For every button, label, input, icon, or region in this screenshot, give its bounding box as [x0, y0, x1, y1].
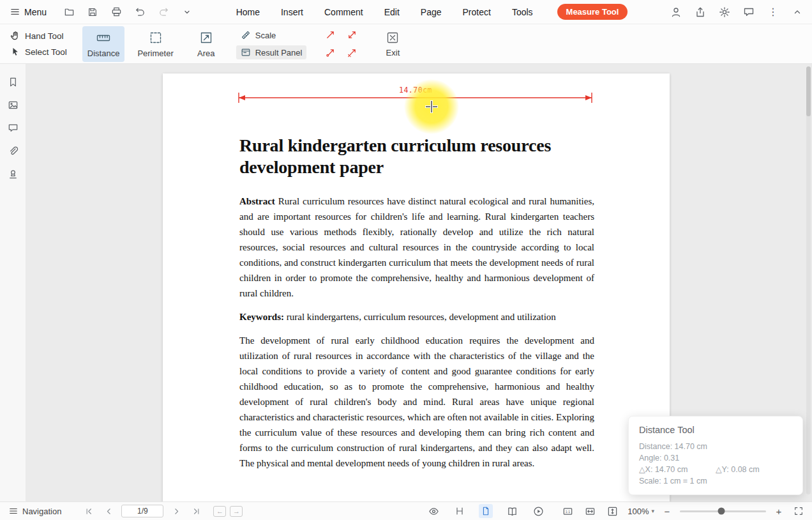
single-page-icon	[481, 506, 491, 516]
thumbnails-panel-button[interactable]	[3, 93, 23, 116]
fit-page-button[interactable]	[605, 504, 619, 518]
single-page-view-button[interactable]	[479, 504, 493, 518]
measure-tool-badge[interactable]: Measure Tool	[557, 4, 628, 20]
cursor-highlight	[404, 79, 459, 134]
scale-value: Scale: 1 cm = 1 cm	[639, 475, 792, 487]
zoom-out-button[interactable]: −	[663, 506, 672, 517]
result-panel-button[interactable]: Result Panel	[236, 45, 307, 59]
area-tool-button[interactable]: Area	[186, 26, 226, 62]
scale-button[interactable]: Scale	[236, 28, 281, 42]
read-mode-button[interactable]	[453, 504, 467, 518]
hand-tool-button[interactable]: Hand Tool	[6, 29, 71, 43]
navigation-toggle-button[interactable]: Navigation	[6, 505, 64, 517]
pdf-page[interactable]: 14.70cm Rural kindergarten curriculum re…	[163, 73, 670, 501]
tab-comment[interactable]: Comment	[324, 5, 364, 19]
measure-style-button-3[interactable]	[320, 45, 340, 61]
more-options-button[interactable]: ⋮	[766, 5, 780, 19]
exit-measure-button[interactable]: Exit	[373, 26, 412, 62]
zoom-group: 1:1 100% ▾ − +	[560, 504, 806, 518]
page-indicator-input[interactable]	[121, 505, 163, 517]
chevron-up-icon	[793, 8, 802, 17]
bookmark-icon	[8, 77, 19, 88]
menu-label: Menu	[24, 7, 47, 17]
comment-icon	[8, 123, 19, 134]
body-paragraph: The development of rural early childhood…	[239, 333, 594, 471]
stamps-panel-button[interactable]	[3, 162, 23, 185]
previous-view-button[interactable]: ←	[213, 506, 226, 517]
actual-size-button[interactable]: 1:1	[560, 504, 575, 518]
hamburger-icon	[9, 507, 18, 516]
quick-toolbar-more-button[interactable]	[180, 5, 194, 19]
tab-protect[interactable]: Protect	[462, 5, 492, 19]
measurement-style-options	[320, 27, 361, 61]
titlebar-right-actions: ⋮	[669, 5, 804, 19]
attachments-panel-button[interactable]	[3, 139, 23, 162]
previous-page-button[interactable]	[102, 504, 116, 518]
angle-value: Angle: 0.31	[639, 452, 792, 464]
tab-page[interactable]: Page	[420, 5, 442, 19]
distance-value: Distance: 14.70 cm	[639, 441, 792, 452]
main-area: 14.70cm Rural kindergarten curriculum re…	[0, 64, 812, 501]
play-circle-icon	[533, 506, 544, 517]
abstract-paragraph: Abstract Rural curriculum resources have…	[239, 194, 594, 301]
measure-style-button-1[interactable]	[320, 27, 340, 43]
open-file-button[interactable]	[62, 5, 76, 19]
perimeter-tool-button[interactable]: Perimeter	[132, 26, 178, 62]
zoom-slider[interactable]	[680, 510, 766, 512]
undo-button[interactable]	[133, 5, 147, 19]
comments-panel-button[interactable]	[3, 116, 23, 139]
vertical-scrollbar[interactable]	[806, 66, 811, 494]
bookmarks-panel-button[interactable]	[3, 70, 23, 93]
print-icon	[111, 6, 122, 17]
settings-button[interactable]	[718, 5, 732, 19]
distance-tool-label: Distance	[87, 49, 120, 58]
result-panel-icon	[241, 47, 251, 57]
crosshair-icon	[426, 101, 437, 112]
feedback-button[interactable]	[742, 5, 756, 19]
keywords-paragraph: Keywords: rural kindergartens, curriculu…	[239, 309, 594, 325]
tab-insert[interactable]: Insert	[280, 5, 304, 19]
distance-tool-button[interactable]: Distance	[82, 26, 125, 62]
print-button[interactable]	[109, 5, 123, 19]
vertical-dots-icon: ⋮	[768, 7, 778, 17]
user-icon	[670, 6, 682, 18]
next-page-button[interactable]	[169, 504, 183, 518]
ruler-icon	[95, 30, 112, 45]
fullscreen-icon	[793, 506, 804, 516]
chevron-left-icon	[104, 507, 114, 516]
share-button[interactable]	[693, 5, 707, 19]
zoom-in-button[interactable]: +	[774, 506, 783, 517]
tab-edit[interactable]: Edit	[384, 5, 400, 19]
redo-button[interactable]	[156, 5, 170, 19]
first-page-button[interactable]	[82, 504, 96, 518]
book-icon	[507, 506, 518, 517]
preview-button[interactable]	[426, 504, 440, 518]
collapse-toolbar-button[interactable]	[790, 5, 804, 19]
last-page-button[interactable]	[189, 504, 203, 518]
menu-button[interactable]: Menu	[8, 5, 49, 19]
redo-icon	[158, 6, 169, 17]
last-page-icon	[192, 507, 201, 516]
abstract-text: Rural curriculum resources have distinct…	[239, 196, 594, 298]
save-button[interactable]	[86, 5, 100, 19]
zoom-slider-thumb[interactable]	[718, 508, 725, 515]
slideshow-button[interactable]	[531, 504, 545, 518]
account-button[interactable]	[669, 5, 683, 19]
zoom-level-button[interactable]: 100% ▾	[628, 507, 654, 516]
scrollbar-thumb[interactable]	[806, 66, 811, 116]
measure-style-button-4[interactable]	[342, 45, 361, 61]
fit-width-button[interactable]	[583, 504, 597, 518]
keywords-label: Keywords:	[239, 312, 284, 322]
delta-y-value: △Y: 0.08 cm	[716, 464, 760, 475]
fit-page-icon	[607, 506, 618, 517]
fullscreen-button[interactable]	[792, 504, 806, 518]
tab-tools[interactable]: Tools	[511, 5, 534, 19]
two-page-view-button[interactable]	[505, 504, 519, 518]
measure-style-button-2[interactable]	[342, 27, 361, 43]
select-tool-button[interactable]: Select Tool	[6, 45, 71, 59]
hand-icon	[10, 31, 20, 41]
next-view-button[interactable]: →	[230, 506, 243, 517]
navigation-label: Navigation	[22, 507, 61, 516]
distance-panel-title: Distance Tool	[639, 425, 792, 435]
tab-home[interactable]: Home	[236, 5, 260, 19]
